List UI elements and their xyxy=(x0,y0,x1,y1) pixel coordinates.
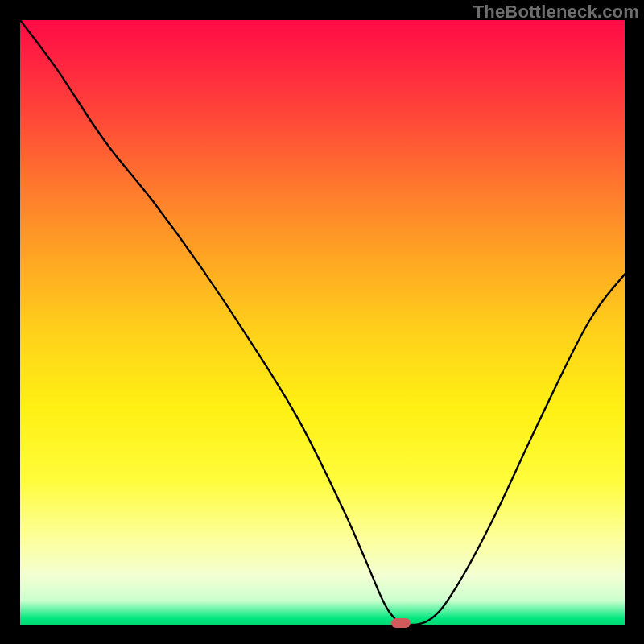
plot-area xyxy=(20,20,625,625)
bottleneck-curve xyxy=(20,20,625,625)
chart-frame: TheBottleneck.com xyxy=(0,0,644,644)
optimal-marker xyxy=(391,618,411,628)
